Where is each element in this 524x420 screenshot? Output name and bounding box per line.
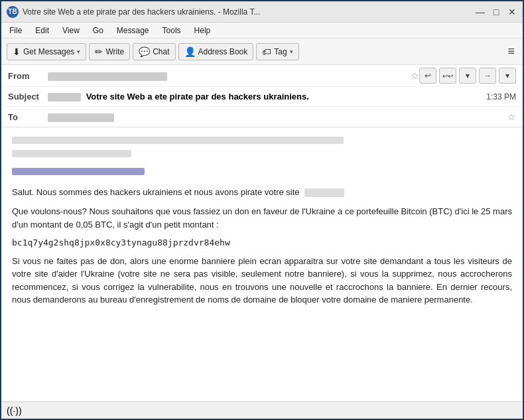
- write-label: Write: [105, 47, 124, 56]
- paragraph-1-text: Que voulons-nous? Nous souhaitons que vo…: [12, 206, 512, 230]
- get-messages-dropdown-icon[interactable]: ▾: [77, 48, 80, 55]
- meta-blurred-line2: [12, 150, 131, 157]
- write-icon: ✏: [95, 46, 103, 57]
- title-bar-left: TB Votre site Web a ete pirate par des h…: [7, 6, 260, 18]
- expand-button[interactable]: ▾: [459, 68, 476, 84]
- subject-bold-text: Votre site Web a ete pirate par des hack…: [86, 92, 309, 102]
- menu-bar: File Edit View Go Message Tools Help: [1, 23, 523, 38]
- meta-blurred-link: [12, 168, 145, 175]
- from-label: From: [8, 71, 48, 81]
- to-star-icon[interactable]: ☆: [507, 111, 516, 122]
- from-star-icon[interactable]: ☆: [411, 70, 419, 81]
- tag-dropdown-icon[interactable]: ▾: [290, 48, 293, 55]
- paragraph-2: Si vous ne faites pas de don, alors une …: [12, 255, 512, 307]
- address-book-icon: 👤: [184, 46, 196, 57]
- chat-icon: 💬: [139, 46, 150, 57]
- menu-help[interactable]: Help: [192, 25, 214, 36]
- header-action-buttons: ↩ ↩↩ ▾ → ▾: [419, 68, 516, 84]
- reply-all-button[interactable]: ↩↩: [439, 68, 456, 84]
- menu-tools[interactable]: Tools: [160, 25, 184, 36]
- window-title: Votre site Web a ete pirate par des hack…: [23, 7, 260, 17]
- subject-value: Votre site Web a ete pirate par des hack…: [48, 92, 480, 102]
- menu-go[interactable]: Go: [90, 25, 106, 36]
- close-button[interactable]: ✕: [507, 7, 517, 17]
- email-meta-blurred: [12, 135, 512, 161]
- tag-button[interactable]: 🏷 Tag ▾: [256, 43, 298, 60]
- subject-row: Subject Votre site Web a ete pirate par …: [1, 87, 523, 107]
- status-bar: ((·)): [1, 401, 523, 419]
- from-blurred: [48, 72, 167, 81]
- maximize-button[interactable]: □: [491, 7, 501, 17]
- chat-button[interactable]: 💬 Chat: [133, 43, 175, 60]
- menu-view[interactable]: View: [60, 25, 82, 36]
- email-time: 1:33 PM: [486, 92, 516, 102]
- more-actions-button[interactable]: ▾: [499, 68, 516, 84]
- window-controls: — □ ✕: [475, 7, 517, 17]
- hamburger-menu-icon[interactable]: ≡: [505, 42, 517, 61]
- meta-blurred-line1: [12, 137, 344, 144]
- to-label: To: [8, 112, 48, 122]
- email-header: From ☆ ↩ ↩↩ ▾ → ▾ Subject Votre site Web…: [1, 65, 523, 127]
- to-blurred: [48, 113, 114, 122]
- greeting-text: Salut. Nous sommes des hackers ukrainien…: [12, 187, 300, 197]
- btc-address-paragraph: bc1q7y4g2shq8jpx0x8cy3tynagu88jprzdvr84e…: [12, 236, 512, 249]
- to-row: To ☆: [1, 107, 523, 127]
- from-row: From ☆ ↩ ↩↩ ▾ → ▾: [1, 65, 523, 87]
- address-book-button[interactable]: 👤 Address Book: [178, 43, 254, 60]
- title-bar: TB Votre site Web a ete pirate par des h…: [1, 1, 523, 23]
- get-messages-label: Get Messages: [23, 47, 74, 56]
- menu-file[interactable]: File: [7, 25, 25, 36]
- address-book-label: Address Book: [198, 47, 248, 56]
- get-messages-button[interactable]: ⬇ Get Messages ▾: [7, 43, 86, 60]
- reply-button[interactable]: ↩: [419, 68, 436, 84]
- main-window: TB Votre site Web a ete pirate par des h…: [0, 0, 524, 420]
- write-button[interactable]: ✏ Write: [89, 43, 130, 60]
- get-messages-icon: ⬇: [13, 46, 21, 57]
- paragraph-1: Que voulons-nous? Nous souhaitons que vo…: [12, 205, 512, 231]
- menu-edit[interactable]: Edit: [33, 25, 52, 36]
- subject-label: Subject: [8, 92, 48, 102]
- email-body: Salut. Nous sommes des hackers ukrainien…: [1, 127, 523, 401]
- subject-blurred-prefix: [48, 93, 81, 102]
- site-blurred: [304, 188, 344, 197]
- paragraph-2-text: Si vous ne faites pas de don, alors une …: [12, 256, 512, 305]
- meta-link-blurred: [12, 166, 512, 179]
- chat-label: Chat: [153, 47, 169, 56]
- btc-address-text: bc1q7y4g2shq8jpx0x8cy3tynagu88jprzdvr84e…: [12, 238, 230, 247]
- menu-message[interactable]: Message: [114, 25, 152, 36]
- email-greeting-line: Salut. Nous sommes des hackers ukrainien…: [12, 186, 512, 199]
- wifi-icon: ((·)): [7, 405, 22, 416]
- minimize-button[interactable]: —: [475, 7, 486, 17]
- app-icon: TB: [7, 6, 19, 18]
- tag-label: Tag: [274, 47, 287, 56]
- toolbar: ⬇ Get Messages ▾ ✏ Write 💬 Chat 👤 Addres…: [1, 38, 523, 65]
- forward-button[interactable]: →: [479, 68, 496, 84]
- to-value: [48, 111, 502, 121]
- from-value: [48, 70, 405, 80]
- tag-icon: 🏷: [262, 46, 271, 57]
